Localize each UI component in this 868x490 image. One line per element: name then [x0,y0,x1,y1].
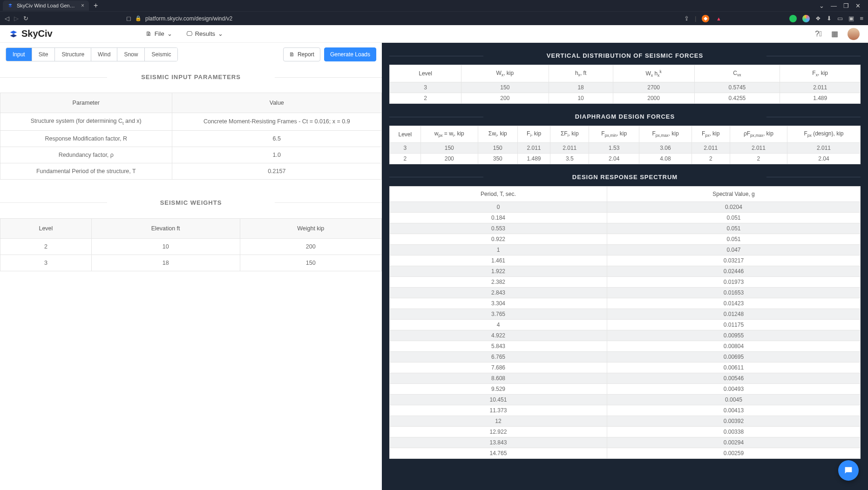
browser-chrome: SkyCiv Wind Load Generat × + ⌄ — ❐ ✕ ◁ ▷… [0,0,868,25]
column-header: Level [390,126,421,142]
app-brand: SkyCiv [21,28,53,39]
skyciv-favicon-icon [7,3,13,8]
right-panel: VERTICAL DISTRIBUTION OF SEISMIC FORCES … [382,43,868,490]
report-button[interactable]: 🗎 Report [283,47,320,61]
tab-structure[interactable]: Structure [55,48,91,61]
column-header: Elevation ft [91,218,240,238]
document-icon: 🗎 [289,51,295,58]
column-header: Spectral Value, g [607,186,860,201]
file-menu[interactable]: 🗎 File ⌄ [146,30,172,37]
table-row: 31501827000.57452.011 [390,82,861,93]
table-row: 11.3730.00413 [390,405,861,416]
column-header: Fpx, kip [692,126,730,142]
column-header: Σwi, kip [478,126,517,142]
section-title-design-response-spectrum: DESIGN RESPONSE SPECTRUM [389,174,861,181]
ext-color-icon[interactable] [802,15,810,22]
tab-site[interactable]: Site [32,48,55,61]
table-row: 3.7650.01248 [390,309,861,319]
new-tab-button[interactable]: + [92,1,100,10]
chevron-down-icon: ⌄ [167,30,172,37]
column-header: Fpx,max, kip [639,126,692,142]
section-title-seismic-weights: SEISMIC WEIGHTS [0,199,382,206]
table-row: 4.9220.00955 [390,330,861,341]
tab-snow[interactable]: Snow [117,48,145,61]
vertical-distribution-table: LevelWx, kiphx, ftWx hxkCvxFx, kip 31501… [389,65,861,104]
column-header: Cvx [694,65,780,82]
close-tab-icon[interactable]: × [81,2,84,9]
forward-icon[interactable]: ▷ [14,15,19,22]
section-title-vertical-distribution: VERTICAL DISTRIBUTION OF SEISMIC FORCES [389,52,861,59]
download-icon[interactable]: ⬇ [827,15,832,22]
column-header: Fx, kip [780,65,861,82]
table-row: Structure system (for determining Ct and… [0,113,382,131]
column-header: Parameter [0,93,172,113]
table-row: 7.6860.00611 [390,362,861,373]
chevron-down-icon: ⌄ [218,30,223,37]
column-header: Wx, kip [461,65,549,82]
share-icon[interactable]: ⇪ [684,15,689,22]
minimize-icon[interactable]: — [831,2,837,9]
bookmark-icon[interactable]: ◻ [126,15,131,22]
diaphragm-design-forces-table: Levelwpx = wi, kipΣwi, kipFi, kipΣFi, ki… [389,126,861,164]
column-header: Wx hxk [613,65,694,82]
table-row: 14.7650.00259 [390,448,861,458]
tab-wind[interactable]: Wind [91,48,117,61]
table-row: 2.3820.01973 [390,276,861,287]
reload-icon[interactable]: ↻ [23,15,28,22]
browser-tab[interactable]: SkyCiv Wind Load Generat × [3,0,89,11]
extensions-icon[interactable]: ❖ [815,15,821,22]
reader-icon[interactable]: ▭ [837,15,843,22]
generate-loads-button[interactable]: Generate Loads [324,47,376,61]
seismic-input-parameters-table: ParameterValue Structure system (for det… [0,93,382,180]
table-row: 40.01175 [390,319,861,330]
tab-seismic[interactable]: Seismic [145,48,177,61]
table-row: 2.8430.01653 [390,287,861,298]
table-row: 0.5530.051 [390,223,861,234]
address-url[interactable]: platform.skyciv.com/design/wind/v2 [145,15,232,22]
results-menu[interactable]: 🖵 Results ⌄ [186,30,223,37]
pip-icon[interactable]: ▣ [848,15,854,22]
file-icon: 🗎 [146,30,152,37]
apps-grid-icon[interactable]: ▦ [831,29,838,38]
column-header: ρFpx,max, kip [730,126,787,142]
table-row: 10.4510.0045 [390,394,861,405]
column-header: Level [0,218,92,238]
table-row: 1.9220.02446 [390,266,861,276]
table-row: Fundamental Period of the structure, T0.… [0,163,382,179]
brave-shield-icon[interactable]: ◆ [702,15,709,22]
input-tabs: InputSiteStructureWindSnowSeismic [6,47,178,61]
chat-icon [843,465,854,476]
design-response-spectrum-table: Period, T, sec.Spectral Value, g 00.0204… [389,186,861,459]
help-icon[interactable]: ?⃝ [815,30,822,38]
section-title-diaphragm: DIAPHRAGM DESIGN FORCES [389,113,861,120]
table-row: 9.5290.00493 [390,383,861,394]
table-row: Redundancy factor, ρ1.0 [0,147,382,163]
avatar[interactable] [848,28,860,40]
hamburger-icon[interactable]: ≡ [860,15,863,22]
app-logo[interactable]: SkyCiv [8,28,53,39]
tab-input[interactable]: Input [6,48,32,61]
column-header: Fi, kip [517,126,550,142]
close-window-icon[interactable]: ✕ [855,2,861,9]
table-row: 10.047 [390,244,861,255]
table-row: 3.3040.01423 [390,298,861,309]
column-header: Fpx (design), kip [787,126,860,142]
column-header: Period, T, sec. [390,186,607,201]
table-row: Response Modification factor, R6.5 [0,130,382,147]
column-header: Weight kip [240,218,382,238]
maximize-icon[interactable]: ❐ [843,2,849,9]
chevron-down-icon[interactable]: ⌄ [819,2,824,9]
table-row: 22001020000.42551.489 [390,93,861,104]
table-row: 318150 [0,255,382,271]
table-row: 00.0204 [390,201,861,212]
browser-tab-title: SkyCiv Wind Load Generat [17,3,77,8]
table-row: 31501502.0112.0111.533.062.0112.0112.011 [390,142,861,153]
ext-green-icon[interactable] [789,15,797,22]
table-row: 22003501.4893.52.044.08222.04 [390,153,861,164]
warning-icon[interactable]: ▲ [715,15,722,22]
chat-bubble-button[interactable] [838,460,859,481]
column-header: ΣFi, kip [550,126,589,142]
table-row: 8.6080.00546 [390,373,861,383]
back-icon[interactable]: ◁ [5,15,9,22]
column-header: hx, ft [549,65,613,82]
